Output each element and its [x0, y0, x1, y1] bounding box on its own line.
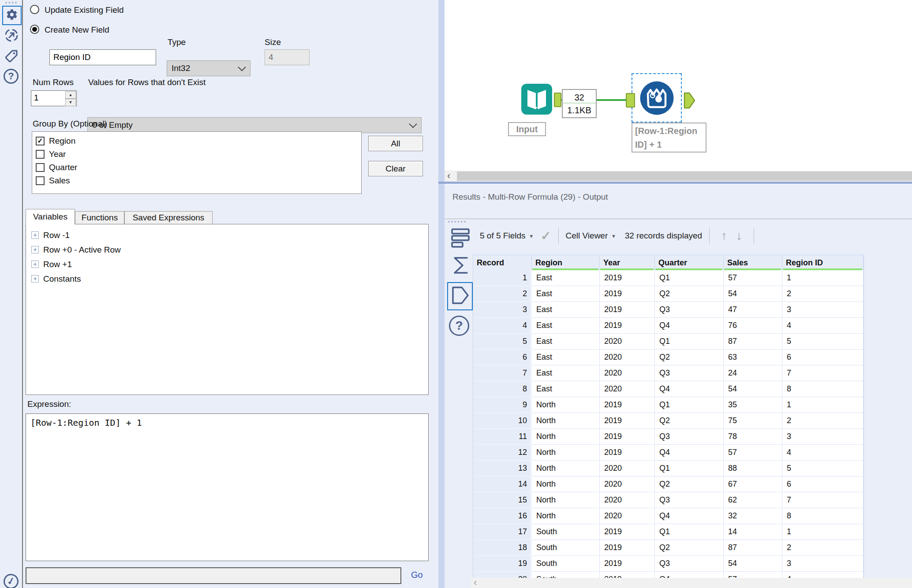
data-cell[interactable]: Q1	[655, 524, 724, 540]
tab-output-anchor[interactable]	[447, 282, 473, 310]
data-cell[interactable]: 88	[724, 461, 782, 476]
record-number-cell[interactable]: 12	[473, 445, 532, 461]
tree-item[interactable]: +Row +0 - Active Row	[26, 242, 428, 257]
data-cell[interactable]: Q2	[655, 413, 724, 429]
group-by-list[interactable]: ✓RegionYearQuarterSales	[32, 131, 362, 194]
data-cell[interactable]: 2019	[600, 302, 655, 318]
table-row[interactable]: 20South2019Q4574	[473, 572, 863, 578]
data-cell[interactable]: East	[532, 334, 600, 350]
table-row[interactable]: 15North2020Q3627	[473, 492, 863, 508]
record-number-cell[interactable]: 17	[473, 524, 532, 540]
table-row[interactable]: 17South2019Q1141	[473, 524, 863, 540]
record-number-cell[interactable]: 13	[473, 461, 532, 476]
results-drag-handle[interactable]	[448, 221, 466, 223]
data-cell[interactable]: South	[532, 556, 600, 572]
data-cell[interactable]: 2019	[600, 572, 655, 578]
data-cell[interactable]: South	[532, 524, 600, 540]
record-number-cell[interactable]: 8	[473, 381, 532, 397]
data-cell[interactable]: Q3	[655, 365, 724, 381]
expand-plus-icon[interactable]: +	[31, 231, 39, 239]
data-cell[interactable]: 57	[724, 270, 782, 286]
column-header[interactable]: Year	[600, 255, 655, 270]
expression-editor[interactable]: [Row-1:Region ID] + 1	[26, 413, 429, 561]
table-row[interactable]: 11North2019Q3783	[473, 429, 863, 445]
data-cell[interactable]: 32	[724, 508, 782, 524]
data-cell[interactable]: 2019	[600, 397, 655, 413]
checkbox-icon[interactable]	[36, 176, 45, 185]
data-cell[interactable]: North	[532, 476, 600, 492]
connection-progress-badge[interactable]: 32 1.1KB	[562, 89, 597, 118]
table-row[interactable]: 10North2019Q2752	[473, 413, 863, 429]
data-cell[interactable]: 2019	[600, 286, 655, 302]
formula-tool-annotation[interactable]: [Row-1:Region ID] + 1	[632, 123, 706, 153]
expand-plus-icon[interactable]: +	[31, 275, 39, 283]
checkbox-icon[interactable]	[36, 163, 45, 172]
data-cell[interactable]: 3	[782, 429, 863, 445]
up-arrow-icon[interactable]: ↑	[721, 229, 727, 243]
data-cell[interactable]: Q4	[655, 572, 724, 578]
data-cell[interactable]: Q3	[655, 492, 724, 508]
record-number-cell[interactable]: 4	[473, 318, 532, 334]
record-number-cell[interactable]: 9	[473, 397, 532, 413]
data-cell[interactable]: 2019	[600, 556, 655, 572]
record-number-cell[interactable]: 1	[473, 270, 532, 286]
data-cell[interactable]: 54	[724, 381, 782, 397]
column-header[interactable]: Sales	[724, 255, 782, 270]
data-cell[interactable]: 63	[724, 350, 782, 365]
data-cell[interactable]: East	[532, 318, 600, 334]
record-number-cell[interactable]: 18	[473, 540, 532, 556]
record-number-cell[interactable]: 10	[473, 413, 532, 429]
results-h-scrollbar[interactable]: ‹	[471, 578, 912, 588]
data-cell[interactable]: 2020	[600, 476, 655, 492]
values-not-exist-select[interactable]: 0 or Empty	[87, 117, 422, 133]
record-number-cell[interactable]: 20	[473, 572, 532, 578]
data-cell[interactable]: 2020	[600, 350, 655, 365]
data-cell[interactable]: 2020	[600, 461, 655, 476]
data-cell[interactable]: Q2	[655, 540, 724, 556]
panel-splitter[interactable]	[438, 0, 445, 588]
insert-variable-search-input[interactable]	[26, 567, 401, 584]
scroll-left-icon[interactable]: ‹	[447, 171, 450, 181]
data-cell[interactable]: 62	[724, 492, 782, 508]
formula-tool-output-anchor[interactable]	[684, 92, 695, 111]
record-number-cell[interactable]: 7	[473, 365, 532, 381]
tab-input-anchor[interactable]	[449, 254, 472, 279]
tab-metadata-view[interactable]	[449, 227, 472, 251]
data-cell[interactable]: 54	[724, 556, 782, 572]
data-cell[interactable]: Q3	[655, 302, 724, 318]
tab-help[interactable]: ?	[4, 69, 19, 84]
num-rows-stepper[interactable]: ▲ ▼	[31, 90, 77, 106]
expand-plus-icon[interactable]: +	[31, 261, 39, 268]
data-cell[interactable]: 2020	[600, 492, 655, 508]
data-cell[interactable]: 4	[782, 572, 863, 578]
chevron-down-icon[interactable]: ▾	[530, 233, 533, 239]
checkbox-icon[interactable]	[36, 150, 45, 159]
tree-item[interactable]: +Row -1	[26, 228, 428, 242]
data-cell[interactable]: 2020	[600, 508, 655, 524]
input-tool-annotation[interactable]: Input	[508, 122, 546, 136]
apply-check-icon[interactable]: ✓	[541, 229, 551, 243]
table-row[interactable]: 8East2020Q4548	[473, 381, 863, 397]
record-number-cell[interactable]: 11	[473, 429, 532, 445]
tab-functions[interactable]: Functions	[75, 211, 124, 224]
data-cell[interactable]: 5	[782, 461, 863, 476]
radio-update-existing-field[interactable]	[30, 5, 39, 14]
data-cell[interactable]: Q4	[655, 318, 724, 334]
data-cell[interactable]: East	[532, 270, 600, 286]
tree-item[interactable]: +Constants	[26, 272, 428, 286]
data-cell[interactable]: East	[532, 365, 600, 381]
data-cell[interactable]: North	[532, 445, 600, 461]
table-row[interactable]: 6East2020Q2636	[473, 350, 863, 365]
data-cell[interactable]: 3	[782, 556, 863, 572]
table-row[interactable]: 13North2020Q1885	[473, 461, 863, 476]
workflow-canvas[interactable]: 32 1.1KB Input [Row-1:Region ID] + 1	[445, 0, 912, 171]
radio-update-label[interactable]: Update Existing Field	[45, 5, 124, 15]
column-header[interactable]: Record	[473, 255, 532, 270]
record-number-cell[interactable]: 15	[473, 492, 532, 508]
data-cell[interactable]: Q2	[655, 350, 724, 365]
data-cell[interactable]: 2019	[600, 318, 655, 334]
record-number-cell[interactable]: 2	[473, 286, 532, 302]
record-number-cell[interactable]: 6	[473, 350, 532, 365]
data-cell[interactable]: 2020	[600, 334, 655, 350]
data-cell[interactable]: 2019	[600, 540, 655, 556]
